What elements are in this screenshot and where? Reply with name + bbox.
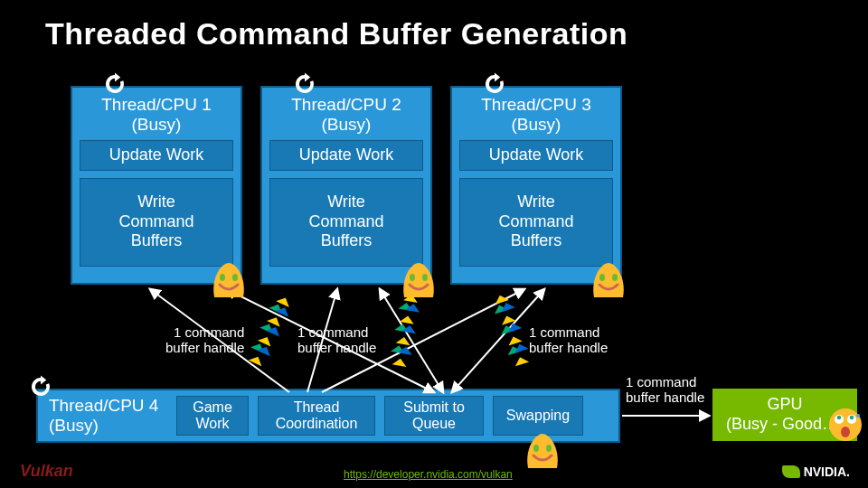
task-submit-queue: Submit to Queue (384, 396, 484, 436)
vulkan-logo: Vulkan (20, 462, 73, 481)
svg-point-48 (837, 416, 842, 420)
task-thread-coord: Thread Coordination (258, 396, 375, 436)
svg-point-41 (599, 274, 605, 281)
nvidia-logo: NVIDIA. (782, 465, 850, 479)
svg-point-44 (546, 445, 552, 452)
refresh-icon (291, 70, 318, 98)
thread-3-label: Thread/CPU 3(Busy) (452, 88, 620, 140)
scared-face-icon (827, 407, 863, 443)
refresh-icon (481, 70, 508, 98)
thread-3-update: Update Work (459, 140, 613, 171)
svg-marker-27 (493, 293, 509, 305)
svg-point-43 (533, 445, 539, 452)
annot-cmd-2: 1 command buffer handle (297, 325, 376, 355)
slide-title: Threaded Command Buffer Generation (45, 16, 627, 52)
annot-cmd-1: 1 command buffer handle (165, 325, 244, 355)
svg-point-37 (220, 274, 225, 281)
buffer-stream-icon (240, 292, 297, 373)
svg-marker-26 (392, 357, 408, 367)
thread-2-write: Write Command Buffers (269, 178, 423, 267)
svg-point-49 (850, 416, 854, 420)
thread-box-1: Thread/CPU 1(Busy) Update Work Write Com… (71, 86, 242, 285)
happy-face-icon (589, 261, 628, 297)
svg-marker-30 (500, 314, 516, 325)
svg-point-38 (232, 274, 238, 281)
svg-point-40 (422, 274, 428, 281)
svg-point-50 (841, 427, 850, 437)
task-swapping: Swapping (493, 396, 583, 436)
thread-3-write: Write Command Buffers (459, 178, 613, 267)
svg-marker-23 (396, 336, 411, 346)
svg-point-42 (612, 274, 618, 281)
thread-4-label: Thread/CPU 4(Busy) (45, 396, 172, 436)
thread-2-update: Update Work (269, 140, 423, 171)
task-game-work: Game Work (176, 396, 249, 436)
thread-1-label: Thread/CPU 1(Busy) (72, 88, 241, 140)
svg-marker-16 (249, 353, 265, 366)
svg-marker-36 (513, 355, 529, 367)
happy-face-icon (209, 261, 249, 297)
svg-point-39 (410, 274, 415, 281)
annot-cmd-3: 1 command buffer handle (529, 325, 608, 355)
happy-face-icon (523, 432, 562, 468)
refresh-icon (27, 373, 54, 400)
buffer-stream-icon (384, 292, 424, 372)
source-link[interactable]: https://developer.nvidia.com/vulkan (344, 468, 513, 481)
happy-face-icon (399, 261, 439, 297)
refresh-icon (101, 70, 128, 98)
annot-cmd-4: 1 command buffer handle (626, 375, 704, 405)
svg-marker-20 (400, 314, 415, 324)
thread-box-2: Thread/CPU 2(Busy) Update Work Write Com… (260, 86, 432, 285)
thread-box-3: Thread/CPU 3(Busy) Update Work Write Com… (450, 86, 622, 285)
thread-1-write: Write Command Buffers (80, 178, 233, 267)
thread-2-label: Thread/CPU 2(Busy) (262, 88, 430, 140)
svg-marker-33 (506, 334, 523, 346)
thread-1-update: Update Work (80, 140, 233, 171)
svg-point-51 (856, 414, 860, 418)
